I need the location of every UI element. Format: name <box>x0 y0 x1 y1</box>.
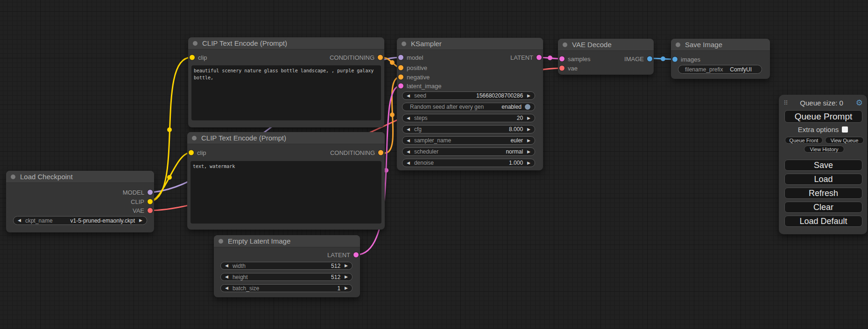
load-button[interactable]: Load <box>784 174 862 185</box>
positive-input-port[interactable] <box>398 65 403 70</box>
widget-value: euler <box>510 137 523 144</box>
next-value-arrow-icon[interactable]: ▶ <box>139 218 142 223</box>
node-title: Save Image <box>685 41 722 49</box>
scheduler-widget[interactable]: ◀ scheduler normal ▶ <box>402 147 535 156</box>
gear-icon[interactable]: ⚙ <box>856 99 863 107</box>
node-clip-text-encode-negative[interactable]: CLIP Text Encode (Prompt) clip CONDITION… <box>187 132 385 230</box>
input-label: negative <box>407 74 430 81</box>
next-value-arrow-icon[interactable]: ▶ <box>527 139 530 143</box>
view-history-button[interactable]: View History <box>804 146 844 153</box>
prev-value-arrow-icon[interactable]: ◀ <box>225 264 228 268</box>
prev-value-arrow-icon[interactable]: ◀ <box>407 94 410 98</box>
node-title-bar[interactable]: Load Checkpoint <box>6 171 154 183</box>
denoise-widget[interactable]: ◀ denoise 1.000 ▶ <box>402 159 535 167</box>
queue-size-label: Queue size: 0 <box>788 99 856 107</box>
latent-output-port[interactable] <box>353 252 359 258</box>
extra-options-row: Extra options <box>779 126 867 133</box>
widget-label: Random seed after every gen <box>410 104 484 110</box>
next-value-arrow-icon[interactable]: ▶ <box>527 127 530 132</box>
node-title-bar[interactable]: Empty Latent Image <box>214 235 360 247</box>
next-value-arrow-icon[interactable]: ▶ <box>527 161 530 165</box>
collapse-dot-icon[interactable] <box>192 136 197 140</box>
next-value-arrow-icon[interactable]: ▶ <box>345 275 348 279</box>
extra-options-checkbox[interactable] <box>842 126 848 133</box>
model-input-port[interactable] <box>398 55 403 60</box>
next-value-arrow-icon[interactable]: ▶ <box>527 116 530 120</box>
toggle-enabled-icon[interactable] <box>525 104 530 110</box>
graph-canvas[interactable]: { "colors": { "model": "#b39ddb", "clip"… <box>0 0 868 329</box>
node-save-image[interactable]: Save Image images filename_prefix ComfyU… <box>671 39 770 79</box>
vae-input-port[interactable] <box>559 66 565 71</box>
next-value-arrow-icon[interactable]: ▶ <box>345 286 348 290</box>
prev-value-arrow-icon[interactable]: ◀ <box>225 286 228 290</box>
prev-value-arrow-icon[interactable]: ◀ <box>407 161 410 165</box>
next-value-arrow-icon[interactable]: ▶ <box>345 264 348 268</box>
prev-value-arrow-icon[interactable]: ◀ <box>407 116 410 120</box>
collapse-dot-icon[interactable] <box>193 41 198 46</box>
prompt-textarea[interactable]: beautiful scenery nature glass bottle la… <box>191 65 381 120</box>
model-output-port[interactable] <box>148 190 153 195</box>
random-seed-toggle-widget[interactable]: Random seed after every gen enabled <box>402 103 535 111</box>
clip-input-port[interactable] <box>189 150 194 155</box>
port-row: clip CONDITIONING <box>187 149 385 156</box>
load-default-button[interactable]: Load Default <box>784 216 862 227</box>
next-value-arrow-icon[interactable]: ▶ <box>527 150 530 154</box>
clip-output-port[interactable] <box>148 199 153 204</box>
queue-front-button[interactable]: Queue Front <box>785 137 823 144</box>
widget-label: seed <box>414 92 426 99</box>
node-title-bar[interactable]: KSampler <box>397 38 543 50</box>
image-output-port[interactable] <box>647 56 652 62</box>
cfg-widget[interactable]: ◀ cfg 8.000 ▶ <box>402 125 535 133</box>
latent-output-port[interactable] <box>536 55 542 60</box>
node-ksampler[interactable]: KSampler model LATENT positive negative … <box>397 38 543 170</box>
steps-widget[interactable]: ◀ steps 20 ▶ <box>402 114 535 122</box>
input-label: vae <box>568 65 578 72</box>
seed-widget[interactable]: ◀ seed 156680208700286 ▶ <box>402 91 535 100</box>
prompt-textarea[interactable]: text, watermark <box>191 161 381 224</box>
prev-value-arrow-icon[interactable]: ◀ <box>407 127 410 132</box>
ckpt-name-widget[interactable]: ◀ ckpt_name v1-5-pruned-emaonly.ckpt ▶ <box>13 216 147 225</box>
port-row: negative <box>397 73 543 81</box>
latent-image-input-port[interactable] <box>398 84 403 89</box>
node-vae-decode[interactable]: VAE Decode samples IMAGE vae <box>558 39 654 75</box>
node-title-bar[interactable]: Save Image <box>671 39 770 51</box>
view-queue-button[interactable]: View Queue <box>825 137 864 144</box>
collapse-dot-icon[interactable] <box>563 42 567 47</box>
width-widget[interactable]: ◀ width 512 ▶ <box>220 262 353 270</box>
collapse-dot-icon[interactable] <box>676 42 680 47</box>
samples-input-port[interactable] <box>559 56 565 62</box>
node-empty-latent-image[interactable]: Empty Latent Image LATENT ◀ width 512 ▶ … <box>214 235 360 297</box>
queue-panel-header: ⠿ Queue size: 0 ⚙ <box>779 98 867 107</box>
refresh-button[interactable]: Refresh <box>784 188 862 199</box>
save-button[interactable]: Save <box>784 160 862 171</box>
port-row: samples IMAGE <box>558 55 654 63</box>
drag-handle-icon[interactable]: ⠿ <box>783 99 788 106</box>
node-title-bar[interactable]: CLIP Text Encode (Prompt) <box>188 37 384 49</box>
next-value-arrow-icon[interactable]: ▶ <box>527 94 530 98</box>
widget-label: sampler_name <box>414 137 451 144</box>
collapse-dot-icon[interactable] <box>402 42 406 46</box>
queue-prompt-button[interactable]: Queue Prompt <box>784 110 862 123</box>
prev-value-arrow-icon[interactable]: ◀ <box>225 275 228 279</box>
conditioning-output-port[interactable] <box>378 55 383 60</box>
collapse-dot-icon[interactable] <box>219 239 223 244</box>
prev-value-arrow-icon[interactable]: ◀ <box>407 150 410 154</box>
prev-value-arrow-icon[interactable]: ◀ <box>407 139 410 143</box>
filename-prefix-widget[interactable]: filename_prefix ComfyUI <box>678 65 762 74</box>
widget-label: width <box>233 263 246 269</box>
node-load-checkpoint[interactable]: Load Checkpoint MODEL CLIP VAE ◀ ckpt_na… <box>6 171 154 232</box>
negative-input-port[interactable] <box>398 75 403 80</box>
collapse-dot-icon[interactable] <box>11 175 15 179</box>
images-input-port[interactable] <box>672 57 677 62</box>
clear-button[interactable]: Clear <box>784 202 862 213</box>
conditioning-output-port[interactable] <box>378 150 383 155</box>
node-title-bar[interactable]: CLIP Text Encode (Prompt) <box>187 132 385 144</box>
prev-value-arrow-icon[interactable]: ◀ <box>18 218 21 223</box>
batch-size-widget[interactable]: ◀ batch_size 1 ▶ <box>220 284 353 292</box>
node-title-bar[interactable]: VAE Decode <box>558 39 654 51</box>
vae-output-port[interactable] <box>148 208 153 213</box>
clip-input-port[interactable] <box>190 55 195 60</box>
height-widget[interactable]: ◀ height 512 ▶ <box>220 273 353 281</box>
sampler-name-widget[interactable]: ◀ sampler_name euler ▶ <box>402 136 535 145</box>
node-clip-text-encode-positive[interactable]: CLIP Text Encode (Prompt) clip CONDITION… <box>188 37 384 127</box>
